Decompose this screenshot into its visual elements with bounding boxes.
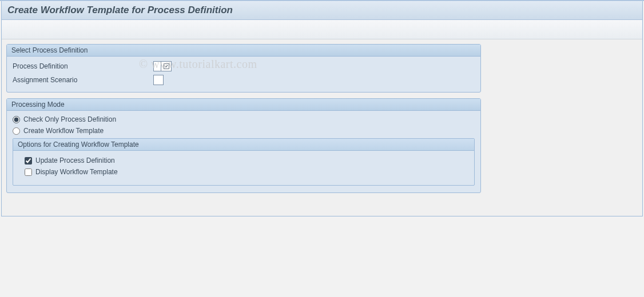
radio-create-workflow-template[interactable]	[13, 127, 20, 135]
row-process-definition: Process Definition	[13, 61, 475, 71]
label-process-definition: Process Definition	[13, 62, 153, 70]
subgroup-options-creating-workflow-template: Options for Creating Workflow Template U…	[13, 138, 475, 186]
input-assignment-scenario[interactable]	[153, 75, 164, 85]
content-area: © www.tutorialkart.com Select Process De…	[2, 39, 642, 216]
f4-help-button-process-definition[interactable]	[161, 61, 172, 71]
page-title: Create Workflow Template for Process Def…	[7, 5, 637, 16]
application-toolbar	[2, 20, 642, 39]
group-header-select-process-definition: Select Process Definition	[7, 45, 480, 57]
radio-row-create-workflow-template[interactable]: Create Workflow Template	[13, 127, 475, 135]
title-bar: Create Workflow Template for Process Def…	[2, 1, 642, 20]
radio-check-only-process-definition[interactable]	[13, 116, 20, 123]
page-container: Create Workflow Template for Process Def…	[1, 1, 643, 216]
radio-label-check-only: Check Only Process Definition	[23, 115, 116, 123]
check-row-display-workflow-template[interactable]: Display Workflow Template	[25, 168, 463, 176]
label-assignment-scenario: Assignment Scenario	[13, 76, 153, 84]
subgroup-header-options: Options for Creating Workflow Template	[13, 139, 474, 151]
group-body-processing-mode: Check Only Process Definition Create Wor…	[7, 111, 480, 192]
row-assignment-scenario: Assignment Scenario	[13, 75, 475, 85]
radio-row-check-only[interactable]: Check Only Process Definition	[13, 115, 475, 123]
check-row-update-process-definition[interactable]: Update Process Definition	[25, 156, 463, 164]
checkbox-label-update-process-definition: Update Process Definition	[35, 156, 115, 164]
input-wrap-process-definition	[153, 61, 172, 71]
group-body-select-process-definition: Process Definition Assignment Scenario	[7, 57, 480, 92]
group-select-process-definition: Select Process Definition Process Defini…	[6, 44, 481, 93]
group-header-processing-mode: Processing Mode	[7, 99, 480, 111]
checkbox-label-display-workflow-template: Display Workflow Template	[35, 168, 118, 176]
checkbox-display-workflow-template[interactable]	[25, 168, 32, 176]
search-help-icon	[163, 63, 170, 70]
input-process-definition[interactable]	[153, 61, 161, 71]
checkbox-update-process-definition[interactable]	[25, 157, 32, 164]
radio-label-create-workflow-template: Create Workflow Template	[23, 127, 104, 135]
group-processing-mode: Processing Mode Check Only Process Defin…	[6, 98, 481, 193]
subgroup-body-options: Update Process Definition Display Workfl…	[13, 151, 474, 185]
